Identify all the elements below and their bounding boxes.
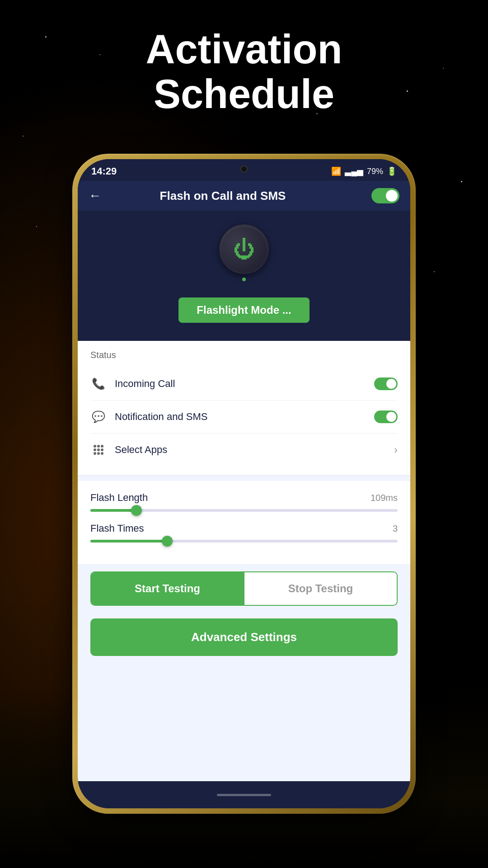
svg-point-8 bbox=[101, 452, 103, 455]
flash-times-label: Flash Times bbox=[90, 523, 144, 534]
page-title: Activation Schedule bbox=[0, 27, 488, 117]
flash-length-header: Flash Length 109ms bbox=[90, 492, 398, 504]
phone-screen: 14:29 📶 ▃▄▅ 79% 🔋 ← Flash on Call and SM… bbox=[78, 159, 410, 808]
flash-times-track[interactable] bbox=[90, 540, 398, 542]
svg-point-6 bbox=[94, 452, 96, 455]
flash-times-fill bbox=[90, 540, 167, 542]
apps-icon bbox=[90, 442, 107, 458]
flash-times-row: Flash Times 3 bbox=[90, 523, 398, 542]
svg-point-1 bbox=[97, 445, 100, 448]
flash-times-header: Flash Times 3 bbox=[90, 523, 398, 534]
main-content: Status 📞 Incoming Call 💬 Notification an… bbox=[78, 341, 410, 781]
notification-sms-toggle[interactable] bbox=[374, 410, 398, 423]
svg-point-3 bbox=[94, 448, 96, 451]
flash-times-thumb[interactable] bbox=[162, 536, 173, 547]
svg-point-5 bbox=[101, 448, 103, 451]
flash-length-track[interactable] bbox=[90, 509, 398, 512]
test-buttons-group: Start Testing Stop Testing bbox=[90, 571, 398, 606]
flash-length-thumb[interactable] bbox=[131, 505, 142, 516]
bottom-nav bbox=[78, 781, 410, 808]
flash-length-row: Flash Length 109ms bbox=[90, 492, 398, 512]
incoming-call-text: Incoming Call bbox=[115, 378, 374, 390]
select-apps-text: Select Apps bbox=[115, 444, 394, 456]
stop-testing-button[interactable]: Stop Testing bbox=[244, 572, 397, 605]
main-toggle[interactable] bbox=[371, 188, 399, 203]
status-bar: 14:29 📶 ▃▄▅ 79% 🔋 bbox=[78, 159, 410, 181]
power-dot bbox=[242, 278, 246, 281]
flash-length-fill bbox=[90, 509, 136, 512]
signal-icon: ▃▄▅ bbox=[345, 166, 363, 176]
start-testing-button[interactable]: Start Testing bbox=[91, 572, 244, 605]
flash-times-value: 3 bbox=[393, 524, 398, 534]
status-time: 14:29 bbox=[91, 165, 117, 177]
flash-length-value: 109ms bbox=[371, 493, 398, 503]
phone-icon: 📞 bbox=[90, 376, 107, 392]
power-area: ⏻ bbox=[78, 211, 410, 290]
notification-sms-row: 💬 Notification and SMS bbox=[90, 401, 398, 434]
home-indicator bbox=[217, 794, 271, 796]
phone-frame: 14:29 📶 ▃▄▅ 79% 🔋 ← Flash on Call and SM… bbox=[72, 154, 416, 814]
sliders-section: Flash Length 109ms Flash Times 3 bbox=[78, 481, 410, 564]
chevron-right-icon: › bbox=[394, 443, 398, 456]
svg-point-4 bbox=[97, 448, 100, 451]
incoming-call-toggle[interactable] bbox=[374, 377, 398, 390]
nav-title: Flash on Call and SMS bbox=[110, 189, 335, 203]
svg-point-0 bbox=[94, 445, 96, 448]
notification-sms-text: Notification and SMS bbox=[115, 411, 374, 423]
top-nav: ← Flash on Call and SMS bbox=[78, 181, 410, 211]
status-section: Status 📞 Incoming Call 💬 Notification an… bbox=[78, 341, 410, 476]
status-label: Status bbox=[90, 350, 398, 360]
battery-icon: 🔋 bbox=[387, 166, 397, 176]
incoming-call-row: 📞 Incoming Call bbox=[90, 368, 398, 401]
power-button[interactable]: ⏻ bbox=[219, 224, 269, 274]
wifi-icon: 📶 bbox=[331, 166, 341, 176]
flashlight-area: Flashlight Mode ... bbox=[78, 290, 410, 341]
back-button[interactable]: ← bbox=[89, 189, 101, 203]
advanced-settings-button[interactable]: Advanced Settings bbox=[90, 618, 398, 656]
flashlight-mode-button[interactable]: Flashlight Mode ... bbox=[178, 297, 309, 323]
sms-icon: 💬 bbox=[90, 409, 107, 425]
svg-point-7 bbox=[97, 452, 100, 455]
flash-length-label: Flash Length bbox=[90, 492, 148, 504]
status-icons: 📶 ▃▄▅ 79% 🔋 bbox=[331, 166, 397, 176]
select-apps-row[interactable]: Select Apps › bbox=[90, 434, 398, 466]
svg-point-2 bbox=[101, 445, 103, 448]
power-icon: ⏻ bbox=[233, 237, 255, 262]
battery-text: 79% bbox=[367, 167, 383, 176]
camera-notch bbox=[240, 165, 248, 173]
